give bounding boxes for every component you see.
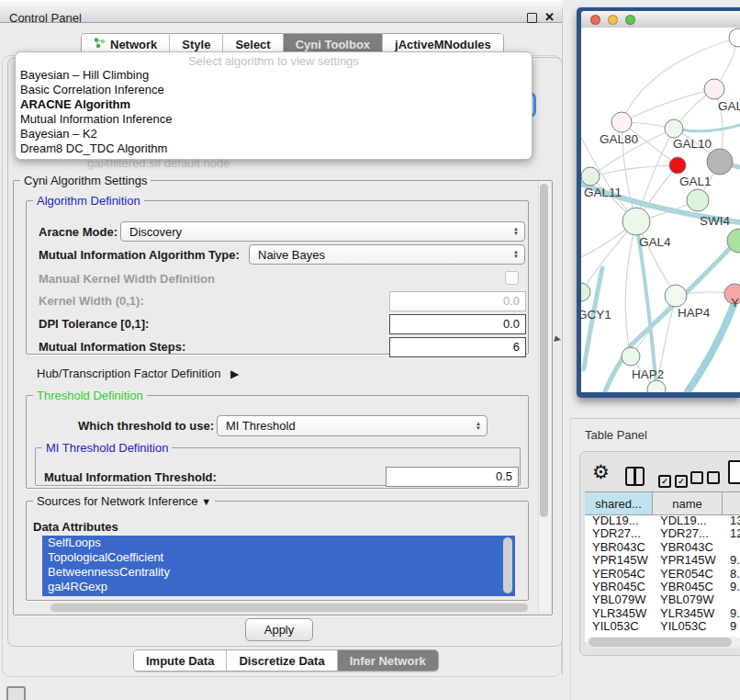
close-panel-icon[interactable]: ✕ xyxy=(544,10,555,24)
aracne-mode-value: Discovery xyxy=(129,225,182,239)
table-hscroll-thumb[interactable] xyxy=(589,638,732,647)
new-table-icon[interactable] xyxy=(728,460,740,484)
algorithm-option-bayesian-k2[interactable]: Bayesian – K2 xyxy=(16,127,532,141)
tab-discretize-data[interactable]: Discretize Data xyxy=(227,650,337,671)
tab-infer-network[interactable]: Infer Network xyxy=(338,650,438,671)
table-row[interactable]: YBL079WYBL079W xyxy=(585,593,740,606)
expand-arrow-icon[interactable]: ▶ xyxy=(230,367,239,380)
network-node[interactable] xyxy=(669,157,686,174)
network-node-hap4[interactable] xyxy=(665,285,687,307)
gear-icon[interactable]: ⚙ xyxy=(592,462,610,481)
tab-label: jActiveMNodules xyxy=(395,38,491,51)
collapse-arrow-icon[interactable]: ▼ xyxy=(201,496,211,507)
aracne-mode-label: Aracne Mode: xyxy=(39,225,118,239)
data-attributes-list[interactable]: SelfLoopsTopologicalCoefficientBetweenne… xyxy=(42,536,515,596)
attributes-scrollbar-thumb[interactable] xyxy=(503,537,512,593)
float-panel-icon[interactable] xyxy=(527,13,537,23)
node-label-gal10: GAL10 xyxy=(673,137,712,151)
attribute-item-betweennesscentrality[interactable]: BetweennessCentrality xyxy=(42,565,515,580)
deselect-all-icon[interactable] xyxy=(690,471,723,488)
close-traffic-light[interactable] xyxy=(590,15,600,25)
algorithm-option-dream8-dc-tdc-algorithm[interactable]: Dream8 DC_TDC Algorithm xyxy=(16,141,532,156)
network-node-hap2[interactable] xyxy=(622,347,640,366)
network-window-titlebar[interactable] xyxy=(581,11,740,28)
select-all-icon[interactable]: ✓✓ xyxy=(658,471,691,488)
algorithm-dropdown-placeholder: Select algorithm to view settings xyxy=(16,52,532,68)
table-panel-title: Table Panel xyxy=(585,428,647,442)
table-cell: 9. xyxy=(723,581,740,593)
manual-kernel-checkbox[interactable] xyxy=(505,271,519,285)
table-cell: YBR045C xyxy=(653,581,723,593)
control-panel-title: Control Panel xyxy=(9,11,82,25)
stepper-arrows-icon: ▲▼ xyxy=(513,227,519,236)
attribute-item-selfloops[interactable]: SelfLoops xyxy=(42,536,515,550)
table-row[interactable]: YLR345WYLR345W9. xyxy=(585,607,740,620)
network-node[interactable] xyxy=(707,149,733,175)
zoom-traffic-light[interactable] xyxy=(625,15,635,25)
attribute-item-gal4rgexp[interactable]: gal4RGexp xyxy=(42,580,515,594)
column-header-name[interactable]: name xyxy=(653,492,723,514)
network-node-gal10[interactable] xyxy=(665,119,683,138)
algorithm-option-bayesian-hill-climbing[interactable]: Bayesian – Hill Climbing xyxy=(16,68,532,83)
which-threshold-combo[interactable]: MI Threshold ▲▼ xyxy=(217,415,488,436)
node-label-hap2: HAP2 xyxy=(632,367,664,381)
network-node-gal11[interactable] xyxy=(581,167,600,186)
attribute-item-topologicalcoefficient[interactable]: TopologicalCoefficient xyxy=(42,550,515,565)
table-row[interactable]: YBR043CYBR043C xyxy=(585,541,740,554)
stepper-arrows-icon: ▲▼ xyxy=(513,250,519,259)
network-node[interactable] xyxy=(729,28,740,47)
settings-horizontal-scrollbar[interactable] xyxy=(50,604,528,612)
table-cell: YBL079W xyxy=(653,593,723,606)
network-node-gal4[interactable] xyxy=(622,208,650,235)
algorithm-option-basic-correlation-inference[interactable]: Basic Correlation Inference xyxy=(16,83,532,97)
kernel-width-field[interactable]: 0.0 xyxy=(389,291,526,311)
hub-definition-toggle[interactable]: Hub/Transcription Factor Definition ▶ xyxy=(37,367,239,380)
apply-button[interactable]: Apply xyxy=(245,618,313,641)
cyni-bottom-tabbar: Impute DataDiscretize DataInfer Network xyxy=(133,649,439,672)
table-row[interactable]: YIL053CYIL053C9 xyxy=(585,620,740,633)
table-row[interactable]: YPR145WYPR145W9. xyxy=(585,554,740,567)
network-edge-highlighted[interactable] xyxy=(674,125,740,131)
mi-type-combo[interactable]: Naive Bayes ▲▼ xyxy=(249,244,525,265)
network-node-gal[interactable] xyxy=(704,79,724,99)
table-row[interactable]: YDR27...YDR27...12 xyxy=(585,527,740,540)
table-row[interactable]: YDL19...YDL19...13 xyxy=(585,514,740,527)
table-row[interactable]: YER054CYER054C8. xyxy=(585,568,740,581)
kernel-width-label: Kernel Width (0,1): xyxy=(39,294,144,308)
tab-impute-data[interactable]: Impute Data xyxy=(134,650,227,671)
dpi-tolerance-field[interactable]: 0.0 xyxy=(389,314,526,334)
column-header-partial[interactable] xyxy=(723,492,740,514)
mi-steps-field[interactable]: 6 xyxy=(389,337,526,357)
settings-scrollbar-thumb[interactable] xyxy=(540,184,548,517)
split-column-icon[interactable] xyxy=(625,467,645,486)
algorithm-option-aracne-algorithm[interactable]: ARACNE Algorithm xyxy=(16,97,532,112)
column-header-shared[interactable]: shared... xyxy=(585,492,653,514)
table-cell: 8. xyxy=(723,568,740,581)
algorithm-option-mutual-information-inference[interactable]: Mutual Information Inference xyxy=(16,112,532,127)
node-label-gal: GAL xyxy=(718,99,740,113)
control-panel-titlebar[interactable] xyxy=(0,0,563,23)
node-label-gal80: GAL80 xyxy=(600,132,638,146)
which-threshold-label: Which threshold to use: xyxy=(78,419,214,433)
network-node-gal80[interactable] xyxy=(611,112,632,132)
network-canvas[interactable]: GALGAL80GAL10GAL11GAL1GAL4SWI4HAP4YGCY1H… xyxy=(581,28,740,392)
network-edge-highlighted[interactable] xyxy=(605,239,739,391)
network-edge[interactable] xyxy=(622,89,714,122)
network-node-gal1[interactable] xyxy=(687,189,709,211)
network-node-gcy1[interactable] xyxy=(581,283,590,301)
aracne-mode-combo[interactable]: Discovery ▲▼ xyxy=(120,221,525,242)
table-row[interactable]: YBR045CYBR045C9. xyxy=(585,581,740,593)
algorithm-definition-title: Algorithm Definition xyxy=(33,194,144,208)
settings-group-title: Cyni Algorithm Settings xyxy=(20,174,151,187)
collapsed-panel-icon[interactable] xyxy=(6,686,26,700)
data-attributes-label: Data Attributes xyxy=(33,520,118,534)
minimize-traffic-light[interactable] xyxy=(608,15,618,25)
table-cell: YBR043C xyxy=(585,541,653,554)
table-cell: YPR145W xyxy=(585,554,653,567)
tab-label: Cyni Toolbox xyxy=(296,38,370,51)
algorithm-dropdown-popup: Select algorithm to view settings Bayesi… xyxy=(15,51,533,160)
network-edge[interactable] xyxy=(625,221,636,356)
sources-title-text: Sources for Network Inference xyxy=(37,494,198,508)
mi-threshold-field[interactable]: 0.5 xyxy=(386,467,519,487)
table-cell: YBL079W xyxy=(585,593,653,606)
